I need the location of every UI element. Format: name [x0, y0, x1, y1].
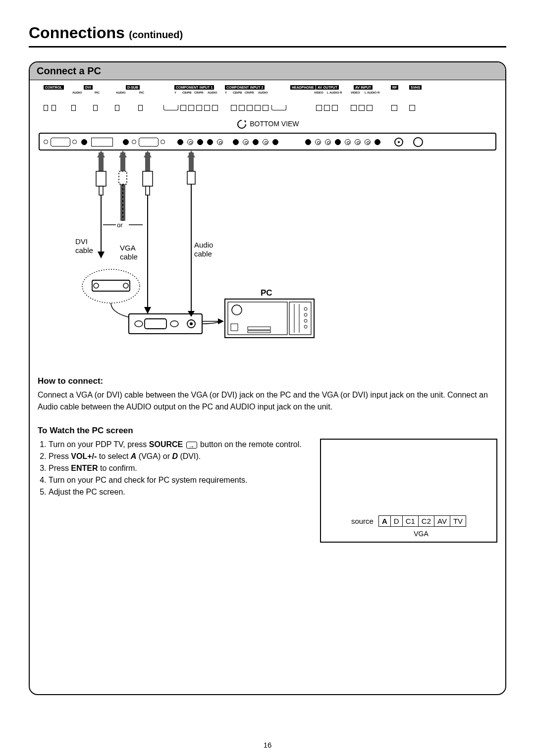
svhs-port-icon	[413, 137, 423, 147]
lbl-cb2: CB/PB	[233, 91, 242, 94]
svg-marker-1	[97, 151, 105, 157]
dvi-audio-jack	[81, 139, 87, 145]
lbl-pic2: PIC	[139, 91, 144, 94]
svg-rect-8	[96, 171, 106, 186]
dsub-audio-jack	[123, 139, 129, 145]
rotate-icon	[236, 119, 248, 130]
svg-marker-33	[218, 318, 224, 324]
vga-port-icon	[139, 138, 159, 147]
section-header: Connect a PC	[30, 62, 505, 80]
step-4: Turn on your PC and check for PC system …	[49, 474, 310, 486]
watch-pc-heading: To Watch the PC screen	[38, 425, 497, 437]
lbl-y2: Y	[225, 91, 227, 94]
osd-cell-a: A	[379, 516, 391, 526]
svg-rect-14	[187, 171, 195, 184]
osd-cell-tv: TV	[450, 516, 466, 526]
osd-preview: source ADC1C2AVTV VGA	[320, 439, 497, 543]
page-number: 16	[0, 741, 535, 749]
port-schematic-strip	[37, 105, 498, 115]
lbl-laudio1: L AUDIO R	[327, 91, 342, 94]
svg-rect-13	[146, 186, 150, 195]
svg-rect-40	[289, 302, 311, 335]
lbl-pic1: PIC	[95, 91, 100, 94]
audio-cable-label: Audio cable	[194, 241, 213, 258]
rf-port-icon	[394, 138, 403, 147]
watch-pc-block: To Watch the PC screen	[30, 413, 505, 437]
diagram-area: CONTROL DVI AUDIO PIC D-SUB AUDIO PIC CO…	[30, 80, 505, 363]
source-button-icon	[186, 442, 197, 449]
step-3: Press ENTER to confirm.	[49, 462, 310, 474]
page-title-row: Connections (continued)	[29, 24, 506, 48]
title-sub: (continued)	[129, 29, 183, 40]
svg-rect-10	[119, 171, 127, 184]
or-label: or	[117, 221, 123, 230]
step-2: Press VOL+/- to select A (VGA) or D (DVI…	[49, 451, 310, 462]
lbl-comp2: COMPONENT INPUT 2	[225, 85, 265, 90]
pc-label: PC	[261, 288, 272, 298]
osd-selected-sub: VGA	[321, 530, 496, 538]
lbl-avout: AV OUTPUT	[316, 85, 339, 90]
lbl-aud2: AUDIO	[258, 91, 268, 94]
lbl-laudio2: L AUDIO R	[365, 91, 379, 94]
lbl-cb1: CB/PB	[182, 91, 192, 94]
how-to-connect-block: How to connect: Connect a VGA (or DVI) c…	[30, 363, 505, 413]
lbl-control: CONTROL	[44, 85, 64, 90]
cable-diagram: or DVI cable VGA cable Audio cable PC	[37, 151, 498, 358]
how-to-connect-heading: How to connect:	[38, 375, 497, 387]
lbl-avin: AV INPUT	[354, 85, 373, 90]
control-port-icon	[51, 138, 70, 147]
svg-rect-9	[99, 186, 103, 195]
svg-marker-3	[119, 151, 127, 157]
lbl-rf: RF	[391, 85, 398, 90]
osd-cell-c2: C2	[419, 516, 434, 526]
lbl-audio2: AUDIO	[116, 91, 125, 94]
osd-source-row: source ADC1C2AVTV	[321, 515, 496, 527]
port-label-row: CONTROL DVI AUDIO PIC D-SUB AUDIO PIC CO…	[37, 84, 498, 108]
lbl-cr1: CR/PR	[194, 91, 204, 94]
svg-rect-28	[145, 319, 166, 329]
vga-cable-label: VGA cable	[120, 244, 138, 261]
content-frame: Connect a PC CONTROL DVI AUDIO PIC D-SUB…	[29, 61, 506, 695]
lbl-dvi: DVI	[84, 85, 93, 90]
dvi-port-icon	[91, 138, 113, 147]
title-main: Connections	[29, 24, 125, 42]
osd-cell-d: D	[391, 516, 403, 526]
lbl-svhs: SVHS	[409, 85, 422, 90]
watch-pc-columns: Turn on your PDP TV, press SOURCE button…	[30, 439, 505, 543]
svg-marker-25	[144, 307, 151, 314]
osd-cell-av: AV	[434, 516, 450, 526]
step-1: Turn on your PDP TV, press SOURCE button…	[49, 439, 310, 451]
bottom-view-label-row: BOTTOM VIEW	[37, 115, 498, 133]
svg-marker-5	[144, 151, 152, 157]
watch-pc-steps: Turn on your PDP TV, press SOURCE button…	[38, 439, 310, 543]
lbl-comp1: COMPONENT INPUT 1	[174, 85, 214, 90]
lbl-video2: VIDEO	[351, 91, 360, 94]
svg-marker-19	[98, 252, 105, 258]
lbl-cr2: CR/PR	[245, 91, 254, 94]
lbl-y1: Y	[174, 91, 176, 94]
lbl-video1: VIDEO	[314, 91, 323, 94]
lbl-dsub: D-SUB	[126, 85, 140, 90]
svg-rect-21	[92, 280, 130, 291]
rear-panel	[39, 133, 496, 151]
lbl-hp: HEADPHONE	[290, 85, 316, 90]
how-to-connect-body: Connect a VGA (or DVI) cable between the…	[38, 389, 497, 413]
osd-source-label: source	[351, 517, 374, 525]
svg-rect-12	[143, 171, 153, 186]
lbl-aud1: AUDIO	[208, 91, 217, 94]
dvi-cable-label: DVI cable	[75, 237, 93, 255]
bottom-view-text: BOTTOM VIEW	[250, 120, 299, 128]
lbl-audio1: AUDIO	[72, 91, 82, 94]
step-5: Adjust the PC screen.	[49, 486, 310, 498]
svg-marker-7	[187, 151, 195, 157]
osd-source-cells: ADC1C2AVTV	[378, 515, 466, 527]
svg-point-31	[190, 322, 193, 325]
osd-cell-c1: C1	[403, 516, 419, 526]
